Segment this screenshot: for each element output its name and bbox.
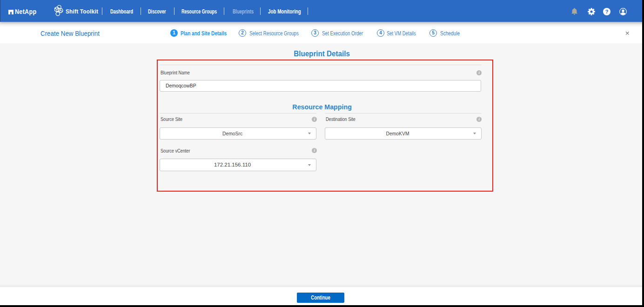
svg-text:?: ? xyxy=(605,9,609,14)
